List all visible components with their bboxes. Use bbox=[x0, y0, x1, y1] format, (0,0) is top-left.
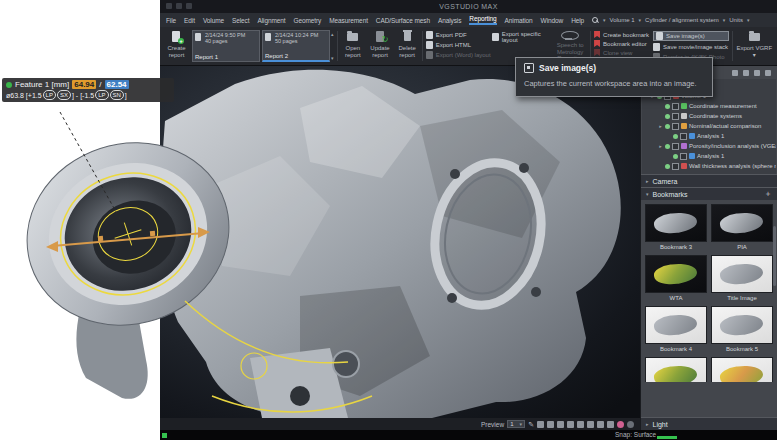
menu-file[interactable]: File bbox=[166, 17, 176, 24]
report-list-scroll[interactable]: ▴▾ bbox=[331, 29, 336, 63]
measurement-callout[interactable]: Feature 1 [mm] 64.94 / 62.54 ø63.8 [+1.5… bbox=[2, 78, 174, 102]
light-section-header[interactable]: ▸ Light bbox=[641, 417, 777, 430]
tool-icon[interactable] bbox=[567, 421, 574, 428]
export-specific-layout-button[interactable]: Export specific layout bbox=[492, 31, 550, 43]
bookmark-thumbnail[interactable] bbox=[645, 357, 707, 382]
menu-animation[interactable]: Animation bbox=[505, 17, 533, 24]
tree-caret-icon[interactable]: ▸ bbox=[658, 143, 663, 149]
tree-item-coordinate-measurement[interactable]: Coordinate measurement bbox=[642, 101, 776, 111]
bookmark-tile-wta[interactable]: WTA bbox=[645, 255, 707, 301]
visibility-icon[interactable] bbox=[665, 114, 670, 119]
gray-dot-icon[interactable] bbox=[627, 421, 634, 428]
bookmark-tile-bookmark-6[interactable]: Bookmark 6 bbox=[645, 357, 707, 382]
status-dot-green bbox=[6, 82, 12, 88]
3d-viewport[interactable] bbox=[160, 66, 640, 418]
bookmarks-section-header[interactable]: ▾ Bookmarks ＋ bbox=[641, 187, 777, 200]
add-bookmark-icon[interactable]: ＋ bbox=[764, 190, 772, 198]
menu-window[interactable]: Window bbox=[541, 17, 564, 24]
visibility-icon[interactable] bbox=[665, 164, 670, 169]
export-word-layout-button[interactable]: Export (Word) layout bbox=[426, 51, 488, 59]
bookmark-thumbnail[interactable] bbox=[645, 255, 707, 293]
create-report-button[interactable]: + Create report bbox=[162, 29, 191, 63]
camera-section-header[interactable]: ▸ Camera bbox=[641, 174, 777, 187]
clip-icon[interactable] bbox=[607, 421, 614, 428]
tree-checkbox[interactable] bbox=[680, 153, 687, 160]
menu-cad-surface-mesh[interactable]: CAD/Surface mesh bbox=[376, 17, 430, 24]
magenta-dot-icon[interactable] bbox=[617, 421, 624, 428]
tree-item-wall-thickness-analysis-sphere-method-[interactable]: Wall thickness analysis (sphere method) bbox=[642, 161, 776, 171]
bookmark-tile-title-image[interactable]: Title Image bbox=[711, 255, 773, 301]
tree-item-label: Coordinate systems bbox=[689, 113, 742, 119]
tree-checkbox[interactable] bbox=[672, 143, 679, 150]
menu-reporting[interactable]: Reporting bbox=[469, 15, 496, 25]
tree-checkbox[interactable] bbox=[672, 123, 679, 130]
export-pdf-button[interactable]: Export PDF bbox=[426, 31, 488, 39]
export-html-button[interactable]: Export HTML bbox=[426, 41, 488, 49]
grid-icon[interactable] bbox=[732, 70, 738, 76]
tree-item-analysis-1[interactable]: Analysis 1 bbox=[642, 151, 776, 161]
target-icon[interactable] bbox=[537, 421, 544, 428]
save-image-s--button[interactable]: Save image(s) bbox=[653, 31, 729, 41]
volume-select[interactable]: Volume 1 bbox=[610, 17, 635, 23]
clone-view-button[interactable]: Clone view bbox=[594, 49, 649, 56]
tree-checkbox[interactable] bbox=[672, 103, 679, 110]
save-movie-image-stack-button[interactable]: Save movie/image stack bbox=[653, 43, 729, 51]
menu-select[interactable]: Select bbox=[232, 17, 249, 24]
tree-item-coordinate-systems[interactable]: Coordinate systems bbox=[642, 111, 776, 121]
tree-checkbox[interactable] bbox=[672, 163, 679, 170]
tool-icon[interactable] bbox=[587, 421, 594, 428]
filter-icon[interactable] bbox=[754, 70, 760, 76]
sidebar-scrollbar[interactable] bbox=[773, 226, 776, 286]
units-select[interactable]: Units bbox=[729, 17, 743, 23]
bookmark-tile-bookmark-3[interactable]: Bookmark 3 bbox=[645, 204, 707, 250]
menu-geometry[interactable]: Geometry bbox=[293, 17, 321, 24]
speech-icon bbox=[561, 31, 579, 40]
bookmark-tile-bookmark-4[interactable]: Bookmark 4 bbox=[645, 306, 707, 352]
menu-analysis[interactable]: Analysis bbox=[438, 17, 461, 24]
tool-icon[interactable] bbox=[597, 421, 604, 428]
bookmark-tile-wta-2[interactable]: WTA 2 bbox=[711, 357, 773, 382]
bookmark-thumbnail[interactable] bbox=[645, 306, 707, 344]
update-report-button[interactable]: ↻ Update report bbox=[366, 29, 393, 63]
menu-alignment[interactable]: Alignment bbox=[257, 17, 285, 24]
menu-volume[interactable]: Volume bbox=[203, 17, 224, 24]
bookmark-editor-button[interactable]: Bookmark editor bbox=[594, 40, 649, 47]
search-icon[interactable] bbox=[592, 17, 599, 24]
bookmark-thumbnail[interactable] bbox=[711, 357, 773, 382]
visibility-icon[interactable] bbox=[665, 144, 670, 149]
open-report-button[interactable]: Open report bbox=[339, 29, 366, 63]
menu-help[interactable]: Help bbox=[571, 17, 584, 24]
bookmark-thumbnail[interactable] bbox=[711, 204, 773, 242]
report-card[interactable]: 2/14/24 9:50 PM40 pagesReport 1 bbox=[192, 30, 260, 62]
alignment-select[interactable]: Cylinder / alignment system bbox=[645, 17, 719, 23]
create-bookmark-button[interactable]: Create bookmark bbox=[594, 31, 649, 38]
visibility-icon[interactable] bbox=[673, 134, 678, 139]
tree-item-analysis-1[interactable]: Analysis 1 bbox=[642, 131, 776, 141]
menu-edit[interactable]: Edit bbox=[184, 17, 195, 24]
tree-checkbox[interactable] bbox=[672, 113, 679, 120]
preview-dropdown[interactable]: 1▾ bbox=[507, 420, 525, 428]
visibility-icon[interactable] bbox=[665, 104, 670, 109]
tool-icon[interactable] bbox=[577, 421, 584, 428]
tree-item-nominal-actual-comparison[interactable]: ▸Nominal/actual comparison bbox=[642, 121, 776, 131]
export-vgrf-button[interactable]: Export VGRF ▾ bbox=[734, 29, 776, 63]
menu-measurement[interactable]: Measurement bbox=[329, 17, 368, 24]
delete-report-button[interactable]: Delete report bbox=[394, 29, 421, 63]
tree-caret-icon[interactable]: ▸ bbox=[658, 123, 663, 129]
tool-icon[interactable] bbox=[557, 421, 564, 428]
bookmark-thumbnail[interactable] bbox=[711, 255, 773, 293]
menu-icon[interactable] bbox=[765, 70, 771, 76]
bookmark-tile-pia[interactable]: PIA bbox=[711, 204, 773, 250]
pin-icon[interactable] bbox=[743, 70, 749, 76]
bookmark-thumbnail[interactable] bbox=[711, 306, 773, 344]
tree-item-porosity-inclusion-analysis-vgeasypore-[interactable]: ▸Porosity/inclusion analysis (VGEasyPore… bbox=[642, 141, 776, 151]
bookmark-tile-bookmark-5[interactable]: Bookmark 5 bbox=[711, 306, 773, 352]
titlebar-icons[interactable] bbox=[166, 3, 192, 9]
tree-checkbox[interactable] bbox=[680, 133, 687, 140]
bookmark-thumbnail[interactable] bbox=[645, 204, 707, 242]
visibility-icon[interactable] bbox=[673, 154, 678, 159]
report-card[interactable]: 2/14/24 10:24 PM50 pagesReport 2 bbox=[262, 30, 330, 62]
pen-icon[interactable]: ✎ bbox=[528, 421, 534, 428]
visibility-icon[interactable] bbox=[665, 124, 670, 129]
tool-icon[interactable] bbox=[547, 421, 554, 428]
